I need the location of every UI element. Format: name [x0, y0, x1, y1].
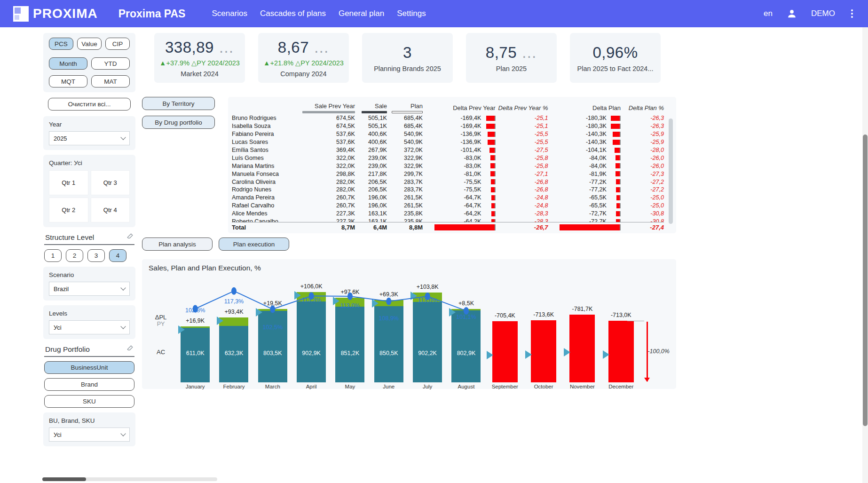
table-row[interactable]: Alice Mendes 227,3K 163,1K 235,8K -64,2K…	[232, 210, 664, 218]
delta-plan-bar	[608, 179, 621, 184]
ac-segment[interactable]: 902,2K	[413, 302, 442, 382]
execution-pct-label: 117,3%	[214, 298, 253, 305]
table-row[interactable]: Manuela Fonseca 298,8K 217,8K 299,7K -81…	[232, 170, 664, 178]
page-scrollbar-thumb[interactable]	[863, 135, 868, 426]
drug-portfolio-button-businessunit[interactable]: BusinessUnit	[44, 361, 134, 374]
col-delta-prev-year-pct[interactable]: Delta Prev Year %	[496, 104, 548, 112]
horizontal-scrollbar-track[interactable]	[42, 477, 217, 481]
table-row[interactable]: Amanda Pereira 260,7K 196,0K 261,5K -64,…	[232, 194, 664, 202]
month-bar[interactable]: 632,3K	[219, 317, 248, 382]
language-selector[interactable]: en	[764, 9, 773, 18]
quarter-qtr-1[interactable]: Qtr 1	[49, 170, 88, 195]
quarter-qtr-3[interactable]: Qtr 3	[91, 170, 130, 195]
month-bar-negative[interactable]	[531, 320, 556, 382]
ac-segment[interactable]: 851,2K	[335, 307, 364, 382]
delta-prev-year-bar	[483, 155, 496, 160]
table-row[interactable]: Bruno Rodrigues 674,5K 505,1K 685,4K -16…	[232, 114, 664, 122]
year-select[interactable]: 2025	[49, 131, 130, 145]
month-bar-negative[interactable]	[569, 315, 595, 382]
delta-label: -713,0K	[602, 312, 640, 318]
scenario-select[interactable]: Brazil	[49, 282, 130, 296]
quarter-qtr-2[interactable]: Qtr 2	[49, 198, 88, 222]
eraser-icon[interactable]	[126, 345, 134, 354]
col-delta-plan-pct[interactable]: Delta Plan %	[621, 104, 664, 112]
page-scrollbar-track[interactable]	[862, 27, 868, 483]
delta-prev-year-bar	[483, 140, 496, 145]
month-bar[interactable]: 902,9K	[297, 292, 326, 382]
unit-button-cip[interactable]: CIP	[105, 38, 130, 50]
nav-cascades-of-plans[interactable]: Cascades of plans	[260, 9, 326, 18]
table-row[interactable]: Lucas Soares 537,6K 400,6K 540,9K -136,9…	[232, 138, 664, 146]
unit-button-value[interactable]: Value	[77, 38, 102, 50]
col-sale-prev-year[interactable]: Sale Prev Year	[302, 103, 355, 114]
chart-column-december: -713,0K -100,0%	[602, 274, 640, 382]
ac-segment[interactable]: 611,0K	[181, 328, 210, 382]
table-total-row: Total 8,7M 6,4M 8,8M -2,3M -26,7 -2,4M -…	[232, 222, 664, 232]
row-name: Bruno Rodrigues	[232, 115, 302, 121]
clear-all-button[interactable]: Очистити всі...	[48, 98, 131, 111]
month-bar[interactable]: 902,2K	[413, 293, 442, 382]
period-button-month[interactable]: Month	[49, 57, 87, 70]
month-label-december: December	[602, 384, 640, 389]
structure-level-4[interactable]: 4	[109, 249, 126, 262]
col-sale[interactable]: Sale	[355, 103, 387, 114]
kebab-menu-icon[interactable]	[849, 8, 855, 20]
table-row[interactable]: Roberto Carvalho 227,3K 163,1K 235,8K -6…	[232, 218, 664, 222]
bar-value-label: 902,9K	[297, 350, 326, 356]
delta-py-segment[interactable]	[219, 317, 248, 326]
quarter-qtr-4[interactable]: Qtr 4	[91, 198, 130, 222]
delta-prev-year-bar	[483, 211, 496, 216]
drug-portfolio-button-brand[interactable]: Brand	[44, 378, 134, 391]
ac-segment[interactable]: 803,5K	[258, 311, 287, 382]
by-territory-button[interactable]: By Territory	[142, 97, 215, 110]
plan-analysis-tab[interactable]: Plan analysis	[142, 238, 213, 251]
table-row[interactable]: Luís Gomes 322,0K 239,0K 322,9K -83,0K -…	[232, 154, 664, 162]
nav-general-plan[interactable]: General plan	[339, 9, 384, 18]
drug-portfolio-button-sku[interactable]: SKU	[44, 395, 134, 408]
bu-brand-sku-select[interactable]: Усі	[49, 428, 130, 442]
unit-button-pcs[interactable]: PCS	[49, 38, 73, 50]
eraser-icon[interactable]	[126, 233, 134, 242]
proxima-logo[interactable]: PROXIMA	[13, 6, 98, 22]
plan-execution-tab[interactable]: Plan execution	[219, 238, 289, 251]
kpi-value: 3	[366, 44, 449, 62]
month-bar[interactable]: 850,5K	[374, 300, 403, 382]
table-row[interactable]: Fabiano Pereira 537,6K 400,6K 540,9K -13…	[232, 130, 664, 138]
table-row[interactable]: Mariana Martins 322,0K 239,0K 322,9K -83…	[232, 162, 664, 170]
period-button-ytd[interactable]: YTD	[91, 57, 130, 70]
structure-level-3[interactable]: 3	[87, 249, 105, 262]
col-plan[interactable]: Plan	[387, 103, 423, 114]
table-row[interactable]: Emília Santos 369,4K 267,9K 372,0K -101,…	[232, 146, 664, 154]
month-bar[interactable]: 851,2K	[335, 298, 364, 382]
table-scrollbar[interactable]	[669, 119, 673, 224]
month-bar[interactable]: 611,0K	[181, 326, 210, 382]
period-button-mat[interactable]: MAT	[91, 75, 130, 87]
horizontal-scrollbar-thumb[interactable]	[42, 477, 86, 481]
levels-select[interactable]: Усі	[49, 320, 130, 334]
delta-prev-year-bar	[483, 219, 496, 222]
table-row[interactable]: Carolina Oliveira 282,0K 206,5K 283,7K -…	[232, 178, 664, 186]
nav-settings[interactable]: Settings	[397, 9, 426, 18]
period-button-mqt[interactable]: MQT	[49, 75, 87, 87]
col-delta-prev-year[interactable]: Delta Prev Year	[423, 104, 496, 112]
table-row[interactable]: Rodrigo Nunes 282,0K 206,5K 283,7K -75,5…	[232, 186, 664, 194]
structure-level-1[interactable]: 1	[44, 249, 62, 262]
table-row[interactable]: Rafael Carvalho 260,7K 196,0K 261,5K -64…	[232, 202, 664, 210]
ac-segment[interactable]: 902,9K	[297, 301, 326, 382]
chevron-down-icon	[120, 135, 126, 140]
user-name[interactable]: DEMO	[811, 9, 835, 18]
user-icon[interactable]	[787, 8, 797, 19]
chart-column-june: 850,5K +69,3K 108,9%	[370, 274, 408, 382]
delta-py-segment[interactable]	[374, 300, 403, 306]
month-bar-negative[interactable]	[492, 321, 518, 382]
structure-level-2[interactable]: 2	[66, 249, 83, 262]
execution-pct-label: 108,9%	[370, 315, 408, 322]
col-delta-plan[interactable]: Delta Plan	[548, 104, 621, 112]
ac-segment[interactable]: 632,3K	[219, 326, 248, 382]
table-row[interactable]: Isabella Souza 674,5K 505,1K 685,4K -169…	[232, 122, 664, 130]
by-drug-portfolio-button[interactable]: By Drug portfolio	[142, 116, 215, 129]
ac-segment[interactable]: 802,9K	[451, 310, 481, 382]
nav-scenarios[interactable]: Scenarios	[212, 9, 247, 18]
month-bar[interactable]: 803,5K	[258, 309, 287, 382]
month-bar-negative[interactable]	[608, 321, 634, 382]
